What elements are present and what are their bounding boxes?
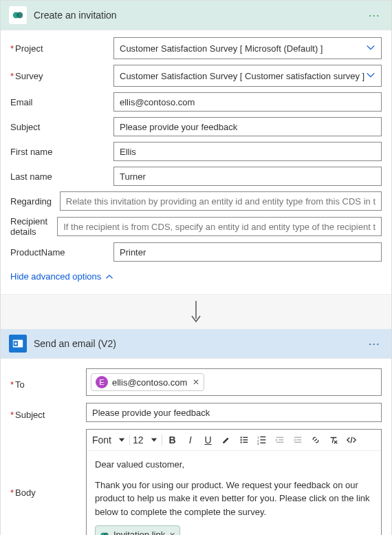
font-select[interactable]: Font bbox=[92, 434, 130, 445]
svg-rect-18 bbox=[276, 437, 283, 438]
caret-down-icon bbox=[151, 437, 157, 443]
hide-advanced-link[interactable]: Hide advanced options bbox=[10, 267, 113, 284]
chevron-down-icon bbox=[366, 70, 375, 82]
svg-rect-23 bbox=[294, 442, 301, 443]
to-label: *To bbox=[10, 368, 86, 396]
lastname-input[interactable]: Turner bbox=[113, 167, 382, 186]
email-subject-label: *Subject bbox=[10, 403, 86, 422]
number-list-button[interactable]: 123 bbox=[254, 432, 270, 448]
recipient-email: ellis@contoso.com bbox=[112, 377, 187, 388]
firstname-input[interactable]: Ellis bbox=[113, 142, 382, 161]
svg-rect-22 bbox=[296, 439, 301, 440]
email-input[interactable]: ellis@contoso.com bbox=[113, 92, 382, 112]
indent-button[interactable] bbox=[290, 432, 305, 448]
customer-voice-icon bbox=[9, 6, 27, 24]
svg-point-8 bbox=[240, 439, 241, 441]
outdent-button[interactable] bbox=[272, 432, 287, 448]
outlook-icon bbox=[9, 335, 27, 353]
invitation-card: Create an invitation ··· *Project Custom… bbox=[1, 1, 391, 295]
invitation-more-menu[interactable]: ··· bbox=[366, 10, 383, 21]
rich-text-toolbar: Font 12 B I U bbox=[87, 430, 381, 451]
italic-button[interactable]: I bbox=[183, 432, 198, 448]
recipient-label: Recipient details bbox=[10, 216, 57, 237]
invitation-header[interactable]: Create an invitation ··· bbox=[1, 1, 391, 30]
svg-rect-15 bbox=[260, 439, 265, 440]
body-content[interactable]: Dear valued customer, Thank you for usin… bbox=[87, 451, 381, 535]
project-select[interactable]: Customer Satisfaction Survey [ Microsoft… bbox=[113, 37, 382, 59]
remove-chip-icon[interactable]: ✕ bbox=[193, 377, 199, 387]
body-text: Thank you for using our product. We requ… bbox=[95, 479, 373, 519]
svg-point-5 bbox=[14, 342, 17, 345]
svg-point-10 bbox=[240, 441, 241, 443]
svg-rect-11 bbox=[243, 442, 248, 443]
subject-label: Subject bbox=[10, 122, 113, 132]
svg-rect-17 bbox=[260, 443, 265, 443]
clear-format-button[interactable] bbox=[326, 432, 341, 448]
bullet-list-button[interactable] bbox=[237, 432, 252, 448]
svg-rect-20 bbox=[276, 442, 283, 443]
chevron-up-icon bbox=[105, 273, 113, 281]
recipient-input[interactable]: If the recipient is from CDS, specify an… bbox=[57, 217, 382, 236]
project-label: *Project bbox=[10, 43, 113, 54]
body-editor[interactable]: Font 12 B I U bbox=[86, 429, 382, 535]
svg-rect-21 bbox=[294, 437, 301, 438]
firstname-label: First name bbox=[10, 147, 113, 157]
chevron-down-icon bbox=[366, 43, 375, 54]
survey-select[interactable]: Customer Satisfaction Survey [ Customer … bbox=[113, 65, 382, 87]
productname-label: ProductName bbox=[10, 247, 113, 258]
customer-voice-icon bbox=[100, 530, 109, 535]
to-input[interactable]: E ellis@contoso.com ✕ bbox=[86, 368, 382, 396]
underline-button[interactable]: U bbox=[201, 432, 216, 448]
svg-rect-19 bbox=[279, 439, 283, 440]
body-greeting: Dear valued customer, bbox=[95, 458, 373, 472]
email-label: Email bbox=[10, 97, 113, 107]
svg-rect-13 bbox=[260, 437, 265, 437]
email-subject-input[interactable]: Please provide your feedback bbox=[86, 403, 382, 422]
productname-input[interactable]: Printer bbox=[113, 242, 382, 262]
recipient-chip[interactable]: E ellis@contoso.com ✕ bbox=[91, 373, 204, 391]
invitation-link-token[interactable]: Invitation link ✕ bbox=[95, 525, 180, 535]
svg-point-6 bbox=[240, 437, 241, 438]
invitation-title: Create an invitation bbox=[34, 10, 366, 21]
link-button[interactable] bbox=[308, 432, 323, 448]
remove-token-icon[interactable]: ✕ bbox=[169, 529, 175, 536]
size-select[interactable]: 12 bbox=[133, 434, 162, 445]
flow-arrow bbox=[1, 295, 391, 329]
regarding-input[interactable]: Relate this invitation by providing an e… bbox=[60, 191, 382, 211]
lastname-label: Last name bbox=[10, 171, 113, 182]
highlight-button[interactable] bbox=[219, 432, 234, 448]
svg-point-1 bbox=[17, 12, 23, 19]
svg-rect-9 bbox=[243, 439, 248, 440]
email-title: Send an email (V2) bbox=[34, 338, 366, 349]
survey-label: *Survey bbox=[10, 71, 113, 81]
email-more-menu[interactable]: ··· bbox=[366, 339, 383, 349]
subject-input[interactable]: Please provide your feedback bbox=[113, 117, 382, 136]
email-card: Send an email (V2) ··· *To E ellis@conto… bbox=[1, 329, 391, 535]
bold-button[interactable]: B bbox=[165, 432, 180, 448]
body-label: *Body bbox=[10, 429, 86, 535]
regarding-label: Regarding bbox=[10, 196, 60, 207]
code-view-button[interactable] bbox=[344, 432, 359, 448]
email-header[interactable]: Send an email (V2) ··· bbox=[1, 329, 391, 359]
caret-down-icon bbox=[118, 437, 125, 443]
avatar: E bbox=[96, 376, 108, 388]
svg-rect-7 bbox=[243, 437, 248, 438]
svg-text:3: 3 bbox=[257, 442, 259, 445]
